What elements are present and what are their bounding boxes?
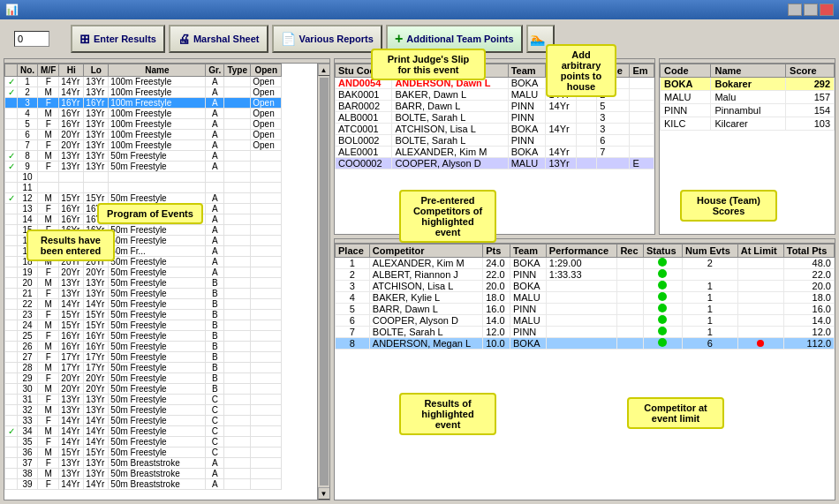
pe-team: BOKA xyxy=(508,147,546,158)
additional-team-points-button[interactable]: + Additional Team Points xyxy=(386,25,523,53)
event-name: 50m Breaststroke xyxy=(109,458,206,469)
close-button[interactable] xyxy=(820,4,834,16)
marshal-sheet-button[interactable]: 🖨 Marshal Sheet xyxy=(169,25,268,53)
result-row[interactable]: 5 BARR, Dawn L 16.0 PINN 1 16.0 xyxy=(336,304,835,315)
event-row[interactable]: 25 F 16Yr 16Yr 50m Freestyle B xyxy=(5,331,282,342)
no-col-header[interactable]: No. xyxy=(18,64,38,77)
event-row[interactable]: 13 F 16Yr 16Yr 50m Freestyle A xyxy=(5,204,282,214)
result-team: BOKA xyxy=(510,338,547,350)
event-open xyxy=(251,373,282,384)
pre-entered-row[interactable]: BOL0002 BOLTE, Sarah L PINN 6 xyxy=(336,135,654,147)
event-row[interactable]: 32 M 13Yr 13Yr 50m Freestyle C xyxy=(5,405,282,416)
pe-team: PINN xyxy=(508,112,546,124)
pre-entered-row[interactable]: ALB0001 BOLTE, Sarah L PINN 3 xyxy=(336,112,654,124)
scroll-up-btn[interactable]: ▲ xyxy=(318,64,330,76)
result-row[interactable]: 1 ALEXANDER, Kim M 24.0 BOKA 1:29.00 2 4… xyxy=(336,258,835,269)
pre-entered-row[interactable]: COO0002 COOPER, Alyson D MALU 13Yr E xyxy=(336,158,654,169)
event-row[interactable]: 21 F 13Yr 13Yr 50m Freestyle B xyxy=(5,289,282,299)
event-row[interactable]: 29 F 20Yr 20Yr 50m Freestyle B xyxy=(5,373,282,384)
event-row[interactable]: 35 F 14Yr 14Yr 50m Freestyle C xyxy=(5,437,282,448)
team-row[interactable]: KILC Kilcarer 103 xyxy=(661,117,835,131)
pre-entered-row[interactable]: ATC0001 ATCHISON, Lisa L BOKA 14Yr 3 xyxy=(336,124,654,135)
team-row[interactable]: BOKA Bokarer 292 xyxy=(661,78,835,91)
team-name-header: Name xyxy=(711,64,786,78)
event-lo: 13Yr xyxy=(84,289,109,299)
event-gr xyxy=(206,183,224,193)
event-row[interactable]: ✓ 12 M 15Yr 15Yr 50m Freestyle A xyxy=(5,193,282,204)
event-row[interactable]: 17 F 17Yr 17Yr 50m Fr... A xyxy=(5,246,282,257)
event-row[interactable]: 28 M 17Yr 17Yr 50m Freestyle B xyxy=(5,363,282,373)
event-row[interactable]: 24 M 15Yr 15Yr 50m Freestyle B xyxy=(5,320,282,331)
pe-code: BOL0002 xyxy=(336,135,392,147)
event-row[interactable]: 18 M 20Yr 20Yr 50m Freestyle A xyxy=(5,257,282,267)
event-mf xyxy=(38,183,59,193)
event-lo: 16Yr xyxy=(84,98,109,109)
event-row[interactable]: 4 M 16Yr 13Yr 100m Freestyle A Open xyxy=(5,109,282,119)
various-reports-label: Various Reports xyxy=(299,34,374,44)
event-row[interactable]: ✓ 8 M 13Yr 13Yr 50m Freestyle A xyxy=(5,151,282,162)
event-row[interactable]: 33 F 14Yr 14Yr 50m Freestyle C xyxy=(5,416,282,426)
minimize-button[interactable] xyxy=(788,4,802,16)
event-row[interactable]: 14 M 16Yr 16Yr 50m Freestyle A xyxy=(5,214,282,225)
event-type xyxy=(224,331,251,342)
type-col-header[interactable]: Type xyxy=(224,64,251,77)
maximize-button[interactable] xyxy=(804,4,818,16)
pre-entered-row[interactable]: ALE0001 ALEXANDER, Kim M BOKA 14Yr 7 xyxy=(336,147,654,158)
event-row[interactable]: 20 M 13Yr 13Yr 50m Freestyle B xyxy=(5,278,282,289)
extra-button[interactable]: 🏊 xyxy=(526,25,555,53)
event-row[interactable]: 26 M 16Yr 16Yr 50m Freestyle B xyxy=(5,342,282,352)
event-row[interactable]: 11 xyxy=(5,183,282,193)
event-row[interactable]: 23 F 15Yr 15Yr 50m Freestyle B xyxy=(5,310,282,320)
hi-col-header[interactable]: Hi xyxy=(59,64,84,77)
result-row[interactable]: 6 COOPER, Alyson D 14.0 MALU 1 14.0 xyxy=(336,315,835,327)
event-row[interactable]: 16 M 17Yr 17Yr 50m Freestyle A xyxy=(5,236,282,246)
event-row[interactable]: 5 F 16Yr 13Yr 100m Freestyle A Open xyxy=(5,119,282,130)
locate-input[interactable] xyxy=(14,31,49,47)
event-row[interactable]: 10 xyxy=(5,172,282,183)
event-lo: 13Yr xyxy=(84,395,109,405)
result-row[interactable]: 7 BOLTE, Sarah L 12.0 PINN 1 12.0 xyxy=(336,327,835,338)
result-row[interactable]: 2 ALBERT, Riannon J 22.0 PINN 1:33.33 22… xyxy=(336,269,835,281)
result-row[interactable]: 3 ATCHISON, Lisa L 20.0 BOKA 1 20.0 xyxy=(336,281,835,292)
scroll-down-btn[interactable]: ▼ xyxy=(318,487,330,500)
event-row[interactable]: 6 M 20Yr 13Yr 100m Freestyle A Open xyxy=(5,130,282,140)
event-row[interactable]: ✓ 1 F 14Yr 13Yr 100m Freestyle A Open xyxy=(5,77,282,87)
event-row[interactable]: 39 F 14Yr 14Yr 50m Breaststroke A xyxy=(5,479,282,490)
result-row[interactable]: 8 ANDERSON, Megan L 10.0 BOKA 6 112.0 xyxy=(336,338,835,350)
enter-results-button[interactable]: ⊞ Enter Results xyxy=(71,25,165,53)
event-row[interactable]: 31 F 13Yr 13Yr 50m Freestyle C xyxy=(5,395,282,405)
event-row[interactable]: 36 M 15Yr 15Yr 50m Freestyle C xyxy=(5,448,282,458)
event-row[interactable]: 30 M 20Yr 20Yr 50m Freestyle B xyxy=(5,384,282,395)
event-type xyxy=(224,87,251,98)
event-type xyxy=(224,426,251,437)
result-row[interactable]: 4 BAKER, Kylie L 18.0 MALU 1 18.0 xyxy=(336,292,835,304)
event-row[interactable]: 7 F 20Yr 13Yr 100m Freestyle A Open xyxy=(5,140,282,151)
pre-entered-row[interactable]: BAR0002 BARR, Dawn L PINN 14Yr 5 xyxy=(336,101,654,112)
event-row[interactable]: 38 M 13Yr 13Yr 50m Breaststroke A xyxy=(5,469,282,479)
event-row[interactable]: 19 F 20Yr 20Yr 50m Freestyle A xyxy=(5,267,282,278)
team-row[interactable]: PINN Pinnambul 154 xyxy=(661,104,835,117)
event-row[interactable]: 22 M 14Yr 14Yr 50m Freestyle B xyxy=(5,299,282,310)
event-row[interactable]: 3 F 16Yr 16Yr 100m Freestyle A Open xyxy=(5,98,282,109)
mf-col-header[interactable]: M/F xyxy=(38,64,59,77)
open-col-header[interactable]: Open xyxy=(251,64,282,77)
event-row[interactable]: ✓ 2 M 14Yr 13Yr 100m Freestyle A Open xyxy=(5,87,282,98)
event-row[interactable]: 27 F 17Yr 17Yr 50m Freestyle B xyxy=(5,352,282,363)
various-reports-button[interactable]: 📄 Various Reports xyxy=(272,25,382,53)
event-row[interactable]: ✓ 34 M 14Yr 14Yr 50m Freestyle C xyxy=(5,426,282,437)
gr-col-header[interactable]: Gr. xyxy=(206,64,224,77)
event-row[interactable]: 37 F 13Yr 13Yr 50m Breaststroke A xyxy=(5,458,282,469)
team-row[interactable]: MALU Malu 157 xyxy=(661,91,835,104)
pe-name: BOLTE, Sarah L xyxy=(392,112,508,124)
event-row[interactable]: ✓ 9 F 13Yr 13Yr 50m Freestyle A xyxy=(5,162,282,172)
name-col-header[interactable]: Name xyxy=(109,64,206,77)
lo-col-header[interactable]: Lo xyxy=(84,64,109,77)
event-row[interactable]: 15 F 16Yr 16Yr 50m Freestyle A xyxy=(5,225,282,236)
pre-entered-row[interactable]: AND0054 ANDERSON, Dawn L BOKA xyxy=(336,78,654,89)
event-type xyxy=(224,204,251,214)
pre-entered-row[interactable]: BAK0001 BAKER, Dawn L MALU 14Yr 2 xyxy=(336,89,654,101)
event-lo: 14Yr xyxy=(84,299,109,310)
result-status xyxy=(643,315,682,327)
event-num: 12 xyxy=(18,193,38,204)
event-gr: A xyxy=(206,77,224,87)
